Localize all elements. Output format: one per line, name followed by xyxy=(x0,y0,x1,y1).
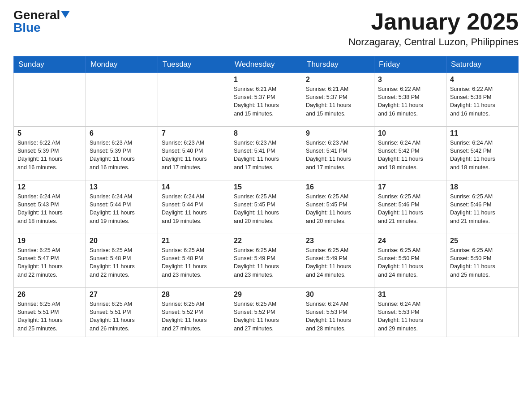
day-number: 6 xyxy=(90,129,154,137)
calendar-cell: 29Sunrise: 6:25 AM Sunset: 5:52 PM Dayli… xyxy=(230,288,302,337)
calendar-week-5: 26Sunrise: 6:25 AM Sunset: 5:51 PM Dayli… xyxy=(14,288,519,337)
day-info: Sunrise: 6:21 AM Sunset: 5:37 PM Dayligh… xyxy=(306,85,370,118)
logo-blue-text: Blue xyxy=(13,21,41,34)
calendar-cell: 21Sunrise: 6:25 AM Sunset: 5:48 PM Dayli… xyxy=(158,234,230,288)
calendar-cell: 13Sunrise: 6:24 AM Sunset: 5:44 PM Dayli… xyxy=(86,180,158,234)
day-info: Sunrise: 6:25 AM Sunset: 5:52 PM Dayligh… xyxy=(234,300,298,333)
day-number: 26 xyxy=(17,291,82,299)
day-info: Sunrise: 6:23 AM Sunset: 5:41 PM Dayligh… xyxy=(234,139,298,171)
calendar-cell: 14Sunrise: 6:24 AM Sunset: 5:44 PM Dayli… xyxy=(158,180,230,234)
day-info: Sunrise: 6:25 AM Sunset: 5:48 PM Dayligh… xyxy=(90,246,154,279)
day-info: Sunrise: 6:25 AM Sunset: 5:52 PM Dayligh… xyxy=(162,300,226,333)
day-number: 17 xyxy=(378,183,442,191)
day-number: 21 xyxy=(162,237,226,245)
day-info: Sunrise: 6:24 AM Sunset: 5:43 PM Dayligh… xyxy=(17,193,82,225)
day-number: 12 xyxy=(17,183,82,191)
calendar-cell: 5Sunrise: 6:22 AM Sunset: 5:39 PM Daylig… xyxy=(14,127,86,180)
calendar-cell: 27Sunrise: 6:25 AM Sunset: 5:51 PM Dayli… xyxy=(86,288,158,337)
calendar-cell: 26Sunrise: 6:25 AM Sunset: 5:51 PM Dayli… xyxy=(14,288,86,337)
day-number: 18 xyxy=(450,183,515,191)
day-number: 30 xyxy=(306,291,370,299)
logo-general-line: General xyxy=(13,9,70,21)
calendar-week-2: 5Sunrise: 6:22 AM Sunset: 5:39 PM Daylig… xyxy=(14,127,519,180)
calendar-cell: 4Sunrise: 6:22 AM Sunset: 5:38 PM Daylig… xyxy=(446,73,519,127)
day-number: 27 xyxy=(90,291,154,299)
calendar-cell: 16Sunrise: 6:25 AM Sunset: 5:45 PM Dayli… xyxy=(302,180,374,234)
day-info: Sunrise: 6:25 AM Sunset: 5:45 PM Dayligh… xyxy=(306,193,370,225)
day-number: 7 xyxy=(162,129,226,137)
calendar-cell: 3Sunrise: 6:22 AM Sunset: 5:38 PM Daylig… xyxy=(374,73,446,127)
day-info: Sunrise: 6:25 AM Sunset: 5:45 PM Dayligh… xyxy=(234,193,298,225)
calendar-cell: 24Sunrise: 6:25 AM Sunset: 5:50 PM Dayli… xyxy=(374,234,446,288)
day-number: 25 xyxy=(450,237,515,245)
day-number: 22 xyxy=(234,237,298,245)
day-number: 28 xyxy=(162,291,226,299)
calendar-cell: 10Sunrise: 6:24 AM Sunset: 5:42 PM Dayli… xyxy=(374,127,446,180)
calendar-table: SundayMondayTuesdayWednesdayThursdayFrid… xyxy=(13,56,519,337)
calendar-cell xyxy=(86,73,158,127)
logo: General Blue xyxy=(13,9,70,34)
day-info: Sunrise: 6:24 AM Sunset: 5:44 PM Dayligh… xyxy=(162,193,226,225)
day-info: Sunrise: 6:23 AM Sunset: 5:39 PM Dayligh… xyxy=(90,139,154,171)
page-header: General Blue January 2025 Norzagaray, Ce… xyxy=(13,9,519,48)
calendar-cell: 22Sunrise: 6:25 AM Sunset: 5:49 PM Dayli… xyxy=(230,234,302,288)
weekday-header-tuesday: Tuesday xyxy=(158,56,230,73)
weekday-header-wednesday: Wednesday xyxy=(230,56,302,73)
calendar-cell: 17Sunrise: 6:25 AM Sunset: 5:46 PM Dayli… xyxy=(374,180,446,234)
calendar-cell: 30Sunrise: 6:24 AM Sunset: 5:53 PM Dayli… xyxy=(302,288,374,337)
day-number: 14 xyxy=(162,183,226,191)
calendar-cell: 15Sunrise: 6:25 AM Sunset: 5:45 PM Dayli… xyxy=(230,180,302,234)
logo-general-text: General xyxy=(13,9,60,21)
title-block: January 2025 Norzagaray, Central Luzon, … xyxy=(348,9,519,48)
day-number: 10 xyxy=(378,129,442,137)
logo-triangle-icon xyxy=(61,11,70,18)
weekday-header-monday: Monday xyxy=(86,56,158,73)
day-info: Sunrise: 6:25 AM Sunset: 5:48 PM Dayligh… xyxy=(162,246,226,279)
day-number: 4 xyxy=(450,76,515,84)
day-number: 9 xyxy=(306,129,370,137)
calendar-cell: 19Sunrise: 6:25 AM Sunset: 5:47 PM Dayli… xyxy=(14,234,86,288)
calendar-cell: 28Sunrise: 6:25 AM Sunset: 5:52 PM Dayli… xyxy=(158,288,230,337)
day-number: 3 xyxy=(378,76,442,84)
calendar-cell xyxy=(158,73,230,127)
calendar-cell: 2Sunrise: 6:21 AM Sunset: 5:37 PM Daylig… xyxy=(302,73,374,127)
calendar-cell: 6Sunrise: 6:23 AM Sunset: 5:39 PM Daylig… xyxy=(86,127,158,180)
calendar-cell: 25Sunrise: 6:25 AM Sunset: 5:50 PM Dayli… xyxy=(446,234,519,288)
weekday-header-sunday: Sunday xyxy=(14,56,86,73)
weekday-header-friday: Friday xyxy=(374,56,446,73)
day-info: Sunrise: 6:23 AM Sunset: 5:41 PM Dayligh… xyxy=(306,139,370,171)
day-number: 20 xyxy=(90,237,154,245)
day-info: Sunrise: 6:25 AM Sunset: 5:46 PM Dayligh… xyxy=(378,193,442,225)
day-info: Sunrise: 6:25 AM Sunset: 5:50 PM Dayligh… xyxy=(450,246,515,279)
day-number: 16 xyxy=(306,183,370,191)
day-number: 31 xyxy=(378,291,442,299)
weekday-header-thursday: Thursday xyxy=(302,56,374,73)
calendar-cell: 18Sunrise: 6:25 AM Sunset: 5:46 PM Dayli… xyxy=(446,180,519,234)
weekday-header-row: SundayMondayTuesdayWednesdayThursdayFrid… xyxy=(14,56,519,73)
day-info: Sunrise: 6:24 AM Sunset: 5:53 PM Dayligh… xyxy=(306,300,370,333)
day-number: 8 xyxy=(234,129,298,137)
calendar-title: January 2025 xyxy=(348,9,519,34)
calendar-cell: 7Sunrise: 6:23 AM Sunset: 5:40 PM Daylig… xyxy=(158,127,230,180)
day-number: 1 xyxy=(234,76,298,84)
day-info: Sunrise: 6:25 AM Sunset: 5:49 PM Dayligh… xyxy=(306,246,370,279)
day-info: Sunrise: 6:25 AM Sunset: 5:50 PM Dayligh… xyxy=(378,246,442,279)
calendar-cell: 8Sunrise: 6:23 AM Sunset: 5:41 PM Daylig… xyxy=(230,127,302,180)
day-info: Sunrise: 6:25 AM Sunset: 5:49 PM Dayligh… xyxy=(234,246,298,279)
day-number: 23 xyxy=(306,237,370,245)
weekday-header-saturday: Saturday xyxy=(446,56,519,73)
day-number: 15 xyxy=(234,183,298,191)
day-number: 24 xyxy=(378,237,442,245)
calendar-cell: 20Sunrise: 6:25 AM Sunset: 5:48 PM Dayli… xyxy=(86,234,158,288)
calendar-cell: 1Sunrise: 6:21 AM Sunset: 5:37 PM Daylig… xyxy=(230,73,302,127)
day-info: Sunrise: 6:24 AM Sunset: 5:42 PM Dayligh… xyxy=(450,139,515,171)
day-info: Sunrise: 6:22 AM Sunset: 5:38 PM Dayligh… xyxy=(450,85,515,118)
day-info: Sunrise: 6:25 AM Sunset: 5:51 PM Dayligh… xyxy=(17,300,82,333)
calendar-cell xyxy=(14,73,86,127)
day-number: 13 xyxy=(90,183,154,191)
day-info: Sunrise: 6:21 AM Sunset: 5:37 PM Dayligh… xyxy=(234,85,298,118)
day-info: Sunrise: 6:24 AM Sunset: 5:44 PM Dayligh… xyxy=(90,193,154,225)
day-info: Sunrise: 6:22 AM Sunset: 5:38 PM Dayligh… xyxy=(378,85,442,118)
day-info: Sunrise: 6:25 AM Sunset: 5:46 PM Dayligh… xyxy=(450,193,515,225)
calendar-cell: 11Sunrise: 6:24 AM Sunset: 5:42 PM Dayli… xyxy=(446,127,519,180)
